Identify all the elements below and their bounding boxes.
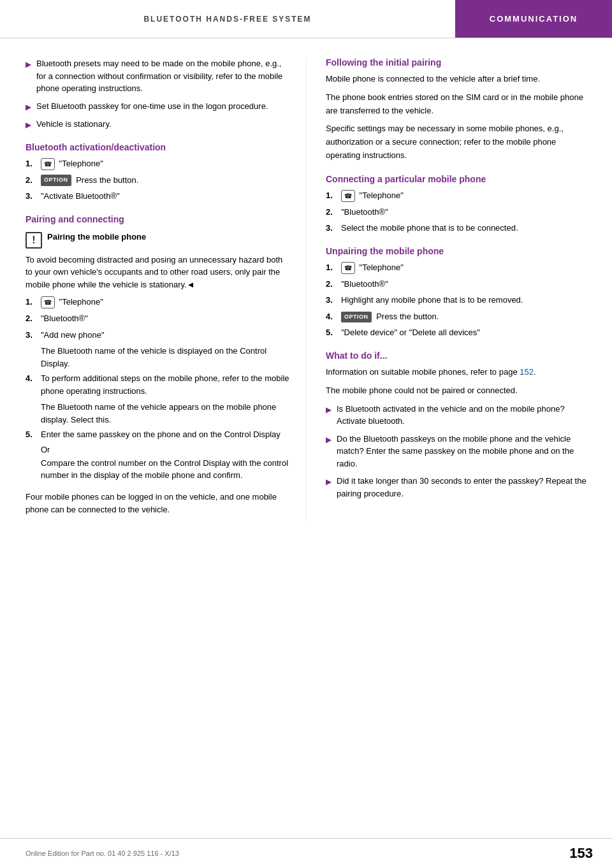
section-heading-whatif: What to do if...	[326, 351, 593, 361]
step-unpair-5: 5. "Delete device" or "Delete all device…	[326, 326, 593, 339]
bullet-arrow-icon: ▶	[326, 434, 332, 470]
step-pair-3: 3. "Add new phone"	[26, 329, 291, 342]
step-unpair-3: 3. Highlight any mobile phone that is to…	[326, 294, 593, 307]
option-button: OPTION	[341, 312, 372, 323]
step-activation-3: 3. "Activate Bluetooth®"	[26, 190, 291, 203]
bullet-arrow-icon: ▶	[326, 404, 332, 428]
step-num: 1.	[26, 157, 36, 170]
warning-icon: !	[26, 232, 42, 249]
step-content: "Bluetooth®"	[341, 206, 593, 219]
step-num: 3.	[326, 222, 336, 235]
bullet-whatif-1: ▶ Is Bluetooth activated in the vehicle …	[326, 403, 593, 428]
telephone-icon: ☎	[341, 190, 355, 202]
warning-content: Pairing the mobile phone	[47, 231, 146, 243]
step-num: 2.	[26, 174, 36, 187]
para-initial-3: Specific settings may be necessary in so…	[326, 122, 593, 162]
page-link[interactable]: 152	[520, 367, 534, 377]
step-num: 4.	[326, 310, 336, 323]
step-content: "Bluetooth®"	[341, 278, 593, 291]
para-initial-1: Mobile phone is connected to the vehicle…	[326, 73, 593, 86]
step-pair-5: 5. Enter the same passkey on the phone a…	[26, 428, 291, 441]
left-column: ▶ Bluetooth presets may need to be made …	[0, 57, 306, 522]
step-pair-4: 4. To perform additional steps on the mo…	[26, 372, 291, 397]
step-num: 1.	[326, 261, 336, 274]
step-content: "Activate Bluetooth®"	[41, 190, 291, 203]
para-initial-2: The phone book entries stored on the SIM…	[326, 91, 593, 118]
step-content: ☎ "Telephone"	[41, 157, 291, 170]
step-num: 4.	[26, 372, 36, 397]
step-num: 1.	[326, 189, 336, 202]
bullet-whatif-text-3: Did it take longer than 30 seconds to en…	[337, 475, 593, 500]
step-3-sub: The Bluetooth name of the vehicle is dis…	[41, 345, 291, 370]
bullet-item-3: ▶ Vehicle is stationary.	[26, 118, 291, 131]
step-num: 3.	[26, 329, 36, 342]
para-whatif-2: The mobile phone could not be paired or …	[326, 384, 593, 398]
step-num: 5.	[326, 326, 336, 339]
telephone-icon: ☎	[341, 262, 355, 274]
step-pair-1: 1. ☎ "Telephone"	[26, 296, 291, 308]
step-unpair-2: 2. "Bluetooth®"	[326, 278, 593, 291]
section-heading-activation: Bluetooth activation/deactivation	[26, 142, 291, 152]
bullet-item-2: ▶ Set Bluetooth passkey for one-time use…	[26, 100, 291, 113]
step-num: 1.	[26, 296, 36, 308]
step-num: 2.	[326, 206, 336, 219]
telephone-icon: ☎	[41, 296, 55, 308]
right-column: Following the initial pairing Mobile pho…	[306, 57, 612, 522]
step-num: 3.	[326, 294, 336, 307]
step-content: Enter the same passkey on the phone and …	[41, 428, 291, 441]
footer-para: Four mobile phones can be logged in on t…	[26, 491, 291, 517]
step-num: 3.	[26, 190, 36, 203]
step-content: ☎ "Telephone"	[341, 261, 593, 274]
section-heading-unpairing: Unpairing the mobile phone	[326, 246, 593, 256]
footer: Online Edition for Part no. 01 40 2 925 …	[0, 838, 612, 868]
step-activation-2: 2. OPTION Press the button.	[26, 174, 291, 187]
step-unpair-1: 1. ☎ "Telephone"	[326, 261, 593, 274]
step-num: 2.	[26, 312, 36, 325]
step-pair-2: 2. "Bluetooth®"	[26, 312, 291, 325]
step-5-sub: Compare the control number on the Contro…	[41, 457, 291, 482]
step-num: 5.	[26, 428, 36, 441]
bullet-text-2: Set Bluetooth passkey for one-time use i…	[36, 100, 268, 113]
step-content: "Delete device" or "Delete all devices"	[341, 326, 593, 339]
section-heading-pairing: Pairing and connecting	[26, 214, 291, 224]
main-content: ▶ Bluetooth presets may need to be made …	[0, 38, 612, 541]
telephone-icon: ☎	[41, 158, 55, 170]
warning-title: Pairing the mobile phone	[47, 231, 146, 243]
bullet-arrow-icon: ▶	[326, 476, 332, 500]
step-content: ☎ "Telephone"	[41, 296, 291, 308]
footer-text: Online Edition for Part no. 01 40 2 925 …	[26, 850, 179, 857]
option-button: OPTION	[41, 175, 71, 186]
bullet-arrow-icon: ▶	[26, 101, 31, 113]
step-content: OPTION Press the button.	[41, 174, 291, 187]
step-connect-1: 1. ☎ "Telephone"	[326, 189, 593, 202]
step-content: OPTION Press the button.	[341, 310, 593, 323]
bullet-arrow-icon: ▶	[26, 119, 31, 131]
header-left-title: BLUETOOTH HANDS-FREE SYSTEM	[0, 0, 455, 38]
header: BLUETOOTH HANDS-FREE SYSTEM COMMUNICATIO…	[0, 0, 612, 38]
section-heading-initial: Following the initial pairing	[326, 57, 593, 68]
step-content: Select the mobile phone that is to be co…	[341, 222, 593, 235]
warning-body: To avoid becoming distracted and posing …	[26, 254, 291, 291]
step-content: Highlight any mobile phone that is to be…	[341, 294, 593, 307]
left-header-text: BLUETOOTH HANDS-FREE SYSTEM	[143, 15, 311, 24]
para-whatif-1: Information on suitable mobile phones, r…	[326, 366, 593, 379]
step-activation-1: 1. ☎ "Telephone"	[26, 157, 291, 170]
bullet-arrow-icon: ▶	[26, 59, 31, 95]
bullet-item-1: ▶ Bluetooth presets may need to be made …	[26, 57, 291, 95]
step-unpair-4: 4. OPTION Press the button.	[326, 310, 593, 323]
or-label: Or	[41, 445, 291, 454]
step-num: 2.	[326, 278, 336, 291]
step-content: ☎ "Telephone"	[341, 189, 593, 202]
header-right-title: COMMUNICATION	[455, 0, 612, 38]
footer-page-number: 153	[569, 845, 593, 862]
step-content: "Add new phone"	[41, 329, 291, 342]
warning-box: ! Pairing the mobile phone	[26, 231, 291, 249]
step-4-sub: The Bluetooth name of the vehicle appear…	[41, 401, 291, 426]
step-connect-3: 3. Select the mobile phone that is to be…	[326, 222, 593, 235]
bullet-whatif-text-1: Is Bluetooth activated in the vehicle an…	[337, 403, 593, 428]
bullet-text-3: Vehicle is stationary.	[36, 118, 112, 131]
step-content: To perform additional steps on the mobil…	[41, 372, 291, 397]
step-connect-2: 2. "Bluetooth®"	[326, 206, 593, 219]
bullet-whatif-3: ▶ Did it take longer than 30 seconds to …	[326, 475, 593, 500]
section-heading-connecting: Connecting a particular mobile phone	[326, 174, 593, 184]
